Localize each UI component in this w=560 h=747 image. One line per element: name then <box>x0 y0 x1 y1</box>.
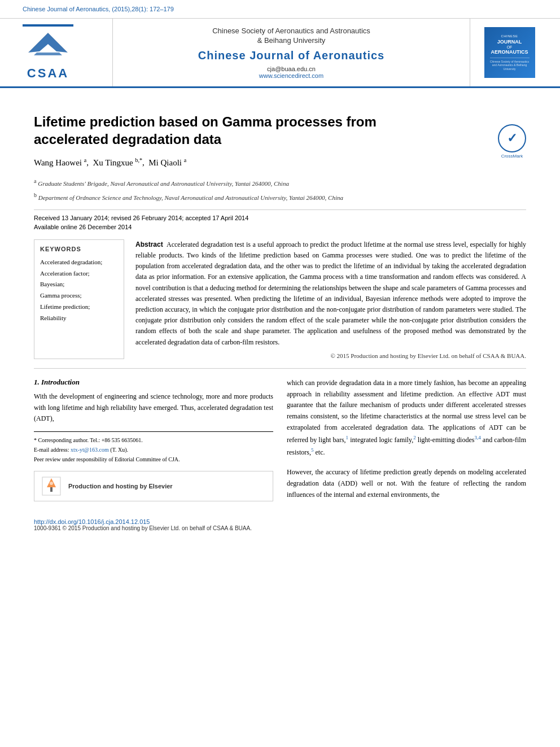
received-dates: Received 13 January 2014; revised 26 Feb… <box>34 209 526 221</box>
svg-point-10 <box>50 482 53 485</box>
elsevier-box: Production and hosting by Elsevier <box>34 471 273 501</box>
elsevier-text: Production and hosting by Elsevier <box>68 483 173 490</box>
keywords-header: KEYWORDS <box>40 246 118 252</box>
journal-header: CSAA Chinese Society of Aeronautics and … <box>0 19 560 88</box>
svg-rect-1 <box>23 24 73 27</box>
article-content: Lifetime prediction based on Gamma proce… <box>0 88 560 513</box>
email-label: E-mail address: <box>34 447 71 453</box>
bottom-copyright: 1000-9361 © 2015 Production and hosting … <box>34 525 526 531</box>
footnote-corresponding: * Corresponding author. Tel.: +86 535 66… <box>34 435 273 445</box>
body-left-column: 1. Introduction With the development of … <box>34 378 273 501</box>
section-divider <box>34 368 526 369</box>
org-line2: & Beihang University <box>257 36 326 45</box>
body-right-p1: which can provide degradation data in a … <box>287 378 526 458</box>
keyword-6: Reliability <box>40 313 118 324</box>
journal-badge: CHINESE JOURNAL OF AERONAUTICS Chinese S… <box>484 27 535 78</box>
citation-link[interactable]: Chinese Journal of Aeronautics, (2015),2… <box>23 6 174 12</box>
abstract-copyright: © 2015 Production and hosting by Elsevie… <box>135 352 526 359</box>
keyword-1: Accelerated degradation; <box>40 257 118 268</box>
body-right-text-2: integrated logic family, <box>348 436 413 444</box>
body-right-column: which can provide degradation data in a … <box>287 378 526 501</box>
csaa-acronym: CSAA <box>27 66 69 81</box>
body-right-text-5: etc. <box>314 448 325 456</box>
article-title: Lifetime prediction based on Gamma proce… <box>34 113 418 148</box>
body-right-text-3: light-emitting diodes <box>416 436 475 444</box>
header-links: cja@buaa.edu.cn www.sciencedirect.com <box>259 65 323 79</box>
crossmark-badge: ✓ <box>498 124 526 152</box>
keywords-list: Accelerated degradation; Acceleration fa… <box>40 257 118 324</box>
citation-bar: Chinese Journal of Aeronautics, (2015),2… <box>0 0 560 19</box>
elsevier-logo-svg <box>40 475 63 497</box>
abstract-body: Accelerated degradation test is a useful… <box>135 241 526 346</box>
keyword-4: Gamma process; <box>40 290 118 302</box>
affil-label-a: a <box>34 178 36 184</box>
badge-journal-text: JOURNAL <box>497 39 522 45</box>
author-2: Xu Tingxue <box>93 158 133 167</box>
body-right-p2: However, the accuracy of lifetime predic… <box>287 467 526 500</box>
journal-badge-area: CHINESE JOURNAL OF AERONAUTICS Chinese S… <box>470 19 537 86</box>
authors-line: Wang Haowei a, Xu Tingxue b,*, Mi Qiaoli… <box>34 157 526 168</box>
keywords-column: KEYWORDS Accelerated degradation; Accele… <box>34 239 124 359</box>
body-section: 1. Introduction With the development of … <box>34 378 526 501</box>
section-1-title: 1. Introduction <box>34 378 273 387</box>
author-1: Wang Haowei <box>34 158 82 167</box>
footnote-email: E-mail address: xtx-yt@163.com (T. Xu). <box>34 445 273 455</box>
production-label: Production and hosting by Elsevier <box>68 483 173 490</box>
body-right-text-1: which can provide degradation data in a … <box>287 379 526 444</box>
badge-of-text: OF <box>507 45 513 49</box>
affiliation-b: b Department of Ordnance Science and Tec… <box>34 191 526 203</box>
footnote-peer-review: Peer review under responsibility of Edit… <box>34 455 273 464</box>
abstract-label: Abstract <box>135 241 163 248</box>
journal-name: Chinese Journal of Aeronautics <box>198 49 384 62</box>
footnote-email-link[interactable]: xtx-yt@163.com <box>71 447 109 453</box>
email-suffix: (T. Xu). <box>109 447 128 453</box>
footnotes: * Corresponding author. Tel.: +86 535 66… <box>34 431 273 464</box>
doi-link[interactable]: http://dx.doi.org/10.1016/j.cja.2014.12.… <box>34 518 150 525</box>
abstract-column: Abstract Accelerated degradation test is… <box>135 239 526 359</box>
keyword-3: Bayesian; <box>40 279 118 290</box>
csaa-plane-svg <box>23 24 73 64</box>
keyword-2: Acceleration factor; <box>40 268 118 279</box>
badge-chinese-text: CHINESE <box>501 34 518 38</box>
badge-footer: Chinese Society of Aeronauticsand Astron… <box>490 58 530 71</box>
crossmark-label: CrossMark <box>497 154 527 159</box>
svg-marker-3 <box>34 53 62 55</box>
keywords-abstract-section: KEYWORDS Accelerated degradation; Accele… <box>34 239 526 359</box>
ref-3: 3,4 <box>474 435 480 440</box>
csaa-logo: CSAA <box>23 24 73 81</box>
bottom-links: http://dx.doi.org/10.1016/j.cja.2014.12.… <box>0 513 560 537</box>
affil-label-b: b <box>34 192 37 198</box>
author-2-affil: b,* <box>135 157 143 163</box>
affil-text-b: Department of Ordnance Science and Techn… <box>38 194 343 200</box>
keyword-5: Lifetime prediction; <box>40 302 118 313</box>
affiliations: a Graduate Students' Brigade, Naval Aero… <box>34 177 526 203</box>
affil-text-a: Graduate Students' Brigade, Naval Aerona… <box>38 180 289 187</box>
org-line1: Chinese Society of Aeronautics and Astro… <box>212 27 370 35</box>
svg-rect-9 <box>50 487 53 492</box>
author-3: Mi Qiaoli <box>148 158 182 167</box>
affiliation-a: a Graduate Students' Brigade, Naval Aero… <box>34 177 526 189</box>
csaa-logo-area: CSAA <box>23 19 113 86</box>
email-link: cja@buaa.edu.cn <box>267 65 316 72</box>
available-online: Available online 26 December 2014 <box>34 224 526 230</box>
badge-aeronautics-text: AERONAUTICS <box>491 49 528 55</box>
website-link[interactable]: www.sciencedirect.com <box>259 72 323 79</box>
author-3-affil: a <box>184 157 186 163</box>
title-wrapper: Lifetime prediction based on Gamma proce… <box>34 113 526 148</box>
body-left-p1: With the development of engineering and … <box>34 391 273 425</box>
journal-info-center: Chinese Society of Aeronautics and Astro… <box>113 19 470 86</box>
author-1-affil: a <box>84 157 86 163</box>
abstract-text: Abstract Accelerated degradation test is… <box>135 239 526 348</box>
